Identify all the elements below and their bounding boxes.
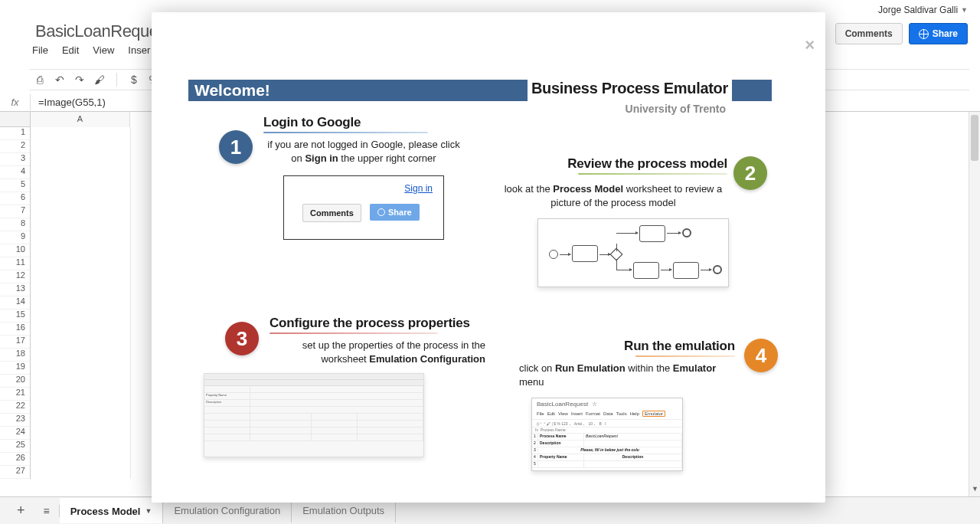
scroll-down-icon[interactable]: ▼ xyxy=(969,485,980,496)
step3-desc: set up the properties of the process in … xyxy=(270,339,485,365)
undo-icon[interactable]: ↶ xyxy=(54,74,66,86)
step1-desc: if you are not logged in Google, please … xyxy=(263,138,464,165)
chevron-down-icon: ▼ xyxy=(961,6,968,14)
add-sheet-button[interactable]: + xyxy=(8,503,34,519)
scrollbar-thumb[interactable] xyxy=(971,115,978,161)
bpmn-diagram xyxy=(537,218,729,287)
row-header[interactable]: 14 xyxy=(0,296,30,309)
row-header[interactable]: 18 xyxy=(0,349,30,362)
row-header[interactable]: 19 xyxy=(0,362,30,375)
signin-illustration: Sign in Comments Share xyxy=(283,175,444,240)
step-badge-1: 1 xyxy=(219,130,253,164)
print-icon[interactable]: ⎙ xyxy=(34,74,46,86)
app-title: Business Process Emulator xyxy=(528,80,732,97)
vertical-scrollbar[interactable]: ▼ xyxy=(969,112,980,496)
emulator-menu-thumbnail: BasicLoanRequest ☆ FileEditViewInsertFor… xyxy=(531,398,683,471)
row-header[interactable]: 8 xyxy=(0,218,30,231)
row-header[interactable]: 16 xyxy=(0,323,30,336)
row-header[interactable]: 27 xyxy=(0,466,30,479)
menu-edit[interactable]: Edit xyxy=(62,44,79,56)
row-header[interactable]: 2 xyxy=(0,140,30,153)
menu-bar: File Edit View Inser xyxy=(32,44,150,56)
step4-title: Run the emulation xyxy=(518,339,735,354)
row-header[interactable]: 26 xyxy=(0,453,30,466)
globe-icon xyxy=(919,29,929,39)
sheet-tab-process-model[interactable]: Process Model ▼ xyxy=(60,498,164,523)
row-header[interactable]: 1 xyxy=(0,127,30,140)
row-header[interactable]: 22 xyxy=(0,401,30,414)
document-title[interactable]: BasicLoanReques xyxy=(35,21,166,41)
share-button[interactable]: Share xyxy=(909,23,968,44)
select-all-corner[interactable] xyxy=(0,112,31,127)
step-1: 1 Login to Google if you are not logged … xyxy=(219,115,464,240)
welcome-banner: Welcome! Business Process Emulator xyxy=(188,80,772,101)
row-header[interactable]: 24 xyxy=(0,427,30,440)
config-thumbnail: Property Name Description xyxy=(204,373,424,457)
share-illustration: Share xyxy=(370,204,420,221)
step4-desc: click on Run Emulation within the Emulat… xyxy=(519,362,735,388)
step-badge-2: 2 xyxy=(733,156,767,190)
row-header[interactable]: 10 xyxy=(0,244,30,257)
comments-illustration: Comments xyxy=(302,204,361,222)
currency-format[interactable]: $ xyxy=(128,74,140,86)
step-4: 4 Run the emulation click on Run Emulati… xyxy=(518,339,778,471)
close-button[interactable]: × xyxy=(805,37,815,54)
row-header[interactable]: 15 xyxy=(0,309,30,323)
row-header[interactable]: 5 xyxy=(0,179,30,192)
step2-title: Review the process model xyxy=(499,156,727,172)
row-headers: 1 2 3 4 5 6 7 8 9 10 11 12 13 14 15 16 1… xyxy=(0,127,31,479)
paint-format-icon[interactable]: 🖌 xyxy=(93,74,106,86)
step2-desc: look at the Process Model worksheet to r… xyxy=(499,182,727,209)
row-header[interactable]: 9 xyxy=(0,231,30,244)
user-name: Jorge Saldivar Galli xyxy=(878,5,958,15)
share-label: Share xyxy=(933,28,958,39)
row-header[interactable]: 11 xyxy=(0,257,30,270)
signin-link: Sign in xyxy=(404,183,433,194)
welcome-label: Welcome! xyxy=(188,80,528,101)
step-2: 2 Review the process model look at the P… xyxy=(499,156,767,287)
welcome-dialog: × Welcome! Business Process Emulator Uni… xyxy=(152,12,825,503)
redo-icon[interactable]: ↷ xyxy=(74,74,86,86)
row-header[interactable]: 17 xyxy=(0,336,30,349)
column-header-a[interactable]: A xyxy=(31,112,130,127)
sheet-tab-label: Process Model xyxy=(70,506,141,517)
step-badge-4: 4 xyxy=(744,339,778,372)
menu-view[interactable]: View xyxy=(93,44,114,56)
comments-button[interactable]: Comments xyxy=(835,23,903,44)
step3-title: Configure the process properties xyxy=(270,316,485,331)
row-header[interactable]: 4 xyxy=(0,166,30,179)
fx-label: fx xyxy=(0,94,31,110)
menu-file[interactable]: File xyxy=(32,44,48,56)
globe-icon xyxy=(377,208,385,216)
row-header[interactable]: 25 xyxy=(0,440,30,453)
row-header[interactable]: 7 xyxy=(0,205,30,218)
user-menu[interactable]: Jorge Saldivar Galli ▼ xyxy=(878,5,968,15)
row-header[interactable]: 23 xyxy=(0,414,30,427)
step-badge-3: 3 xyxy=(225,322,259,355)
row-header[interactable]: 6 xyxy=(0,192,30,205)
app-subtitle: University of Trento xyxy=(626,103,726,115)
row-header[interactable]: 20 xyxy=(0,375,30,388)
row-header[interactable]: 3 xyxy=(0,153,30,166)
all-sheets-button[interactable]: ≡ xyxy=(34,505,60,517)
row-header[interactable]: 13 xyxy=(0,283,30,296)
menu-insert[interactable]: Inser xyxy=(128,44,150,56)
step-3: 3 Configure the process properties set u… xyxy=(225,316,485,457)
row-header[interactable]: 12 xyxy=(0,270,30,283)
step1-title: Login to Google xyxy=(263,115,464,130)
chevron-down-icon: ▼ xyxy=(145,507,152,515)
row-header[interactable]: 21 xyxy=(0,388,30,401)
emulator-menu-highlight: Emulator xyxy=(642,411,665,417)
